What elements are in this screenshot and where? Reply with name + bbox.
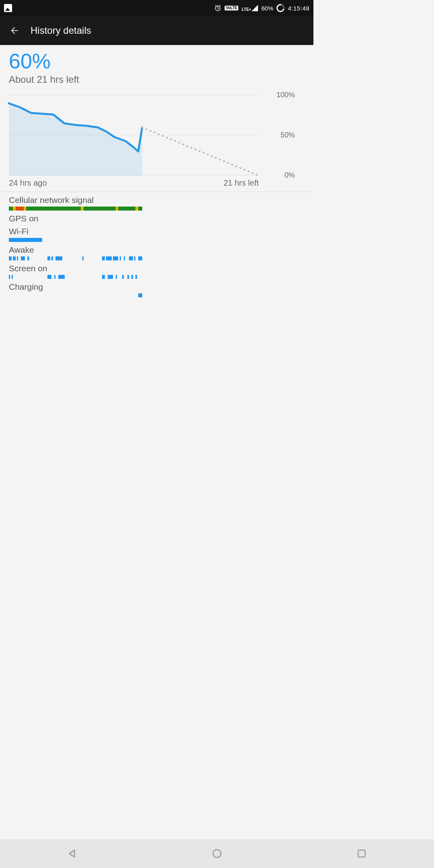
timeline-label: Charging xyxy=(9,282,305,292)
chart-x-axis: 24 hrs ago 21 hrs left xyxy=(9,178,259,188)
timeline-row: Screen on xyxy=(9,264,305,279)
svg-line-1 xyxy=(142,127,259,176)
back-button[interactable] xyxy=(5,21,24,40)
timeline-row: GPS on xyxy=(9,214,305,223)
timeline-row: Wi-Fi xyxy=(9,227,305,242)
arrow-back-icon xyxy=(9,25,20,36)
divider xyxy=(0,192,313,192)
timeline-bar xyxy=(9,293,142,297)
volte-icon: VoLTE xyxy=(225,6,239,10)
x-tick-end: 21 hrs left xyxy=(223,178,259,188)
timeline-label: Cellular network signal xyxy=(9,195,305,205)
timeline-row: Charging xyxy=(9,282,305,297)
y-tick-100: 100% xyxy=(276,91,295,99)
chart-canvas xyxy=(9,95,259,175)
battery-percent-label: 60% xyxy=(261,5,273,12)
x-tick-start: 24 hrs ago xyxy=(9,178,47,188)
app-header: History details xyxy=(0,16,313,45)
usage-timelines: Cellular network signalGPS onWi-FiAwakeS… xyxy=(9,195,305,297)
timeline-bar xyxy=(9,275,142,279)
signal-icon xyxy=(252,5,258,11)
y-tick-0: 0% xyxy=(285,171,295,180)
timeline-bar xyxy=(9,207,142,211)
network-type-label: LTE+ xyxy=(242,8,251,11)
timeline-row: Awake xyxy=(9,245,305,260)
content-area: 60% About 21 hrs left 100% 50% 0% 24 hrs… xyxy=(0,45,313,297)
timeline-label: Awake xyxy=(9,245,305,255)
timeline-bar xyxy=(9,256,142,260)
battery-ring-icon xyxy=(275,2,286,13)
timeline-row: Cellular network signal xyxy=(9,195,305,211)
timeline-label: Wi-Fi xyxy=(9,227,305,236)
time-estimate: About 21 hrs left xyxy=(9,74,305,85)
gallery-icon xyxy=(4,4,12,12)
timeline-label: GPS on xyxy=(9,214,305,223)
timeline-bar xyxy=(9,238,142,242)
alarm-icon xyxy=(214,4,221,12)
y-tick-50: 50% xyxy=(280,131,295,139)
page-title: History details xyxy=(31,25,91,36)
chart-y-axis: 100% 50% 0% xyxy=(259,95,295,175)
battery-percentage: 60% xyxy=(9,51,305,72)
status-bar: VoLTE LTE+ 60% 4:15:48 xyxy=(0,0,313,16)
timeline-label: Screen on xyxy=(9,264,305,273)
clock-label: 4:15:48 xyxy=(288,5,309,12)
battery-chart: 100% 50% 0% xyxy=(9,95,305,175)
